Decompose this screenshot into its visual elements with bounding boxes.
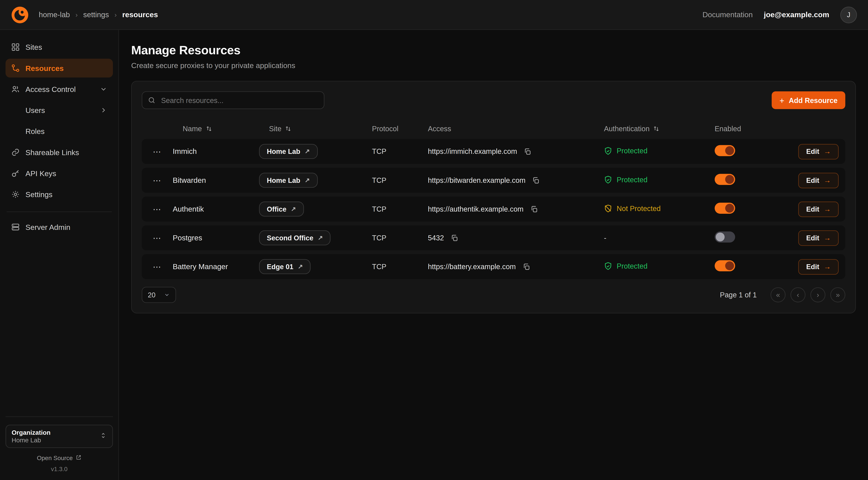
resource-access-url: https://authentik.example.com <box>428 205 524 213</box>
page-size-select[interactable]: 20 <box>142 287 176 303</box>
row-menu-button[interactable]: ⋯ <box>151 144 164 159</box>
external-link-icon <box>76 455 82 461</box>
organization-selector[interactable]: Organization Home Lab <box>6 425 113 448</box>
sidebar-item-server-admin[interactable]: Server Admin <box>6 217 113 236</box>
table-header: Name Site Protocol Access Auth <box>142 118 845 139</box>
enabled-toggle[interactable] <box>715 174 735 185</box>
card-toolbar: + Add Resource <box>142 91 845 109</box>
arrow-right-icon: → <box>824 147 831 156</box>
site-link-button[interactable]: Home Lab ↗ <box>259 144 317 159</box>
table-row: ⋯ Battery Manager Edge 01 ↗ TCP https://… <box>142 254 845 279</box>
breadcrumb-org[interactable]: home-lab <box>39 10 70 19</box>
auth-status: Protected <box>604 262 648 270</box>
site-link-button[interactable]: Edge 01 ↗ <box>259 259 311 274</box>
copy-icon[interactable] <box>523 146 532 156</box>
site-link-button[interactable]: Office ↗ <box>259 202 304 217</box>
copy-icon[interactable] <box>529 204 539 214</box>
auth-status: Protected <box>604 175 648 183</box>
first-page-button[interactable]: « <box>771 288 786 302</box>
external-link-icon: ↗ <box>305 177 310 184</box>
sidebar-item-resources[interactable]: Resources <box>6 59 113 78</box>
row-menu-button[interactable]: ⋯ <box>151 173 164 187</box>
column-header-authentication[interactable]: Authentication <box>604 124 715 133</box>
sidebar-item-api-keys[interactable]: API Keys <box>6 164 113 183</box>
breadcrumb-settings[interactable]: settings <box>83 10 109 19</box>
organization-label: Organization <box>11 429 95 436</box>
gear-icon <box>11 190 20 199</box>
sidebar-item-shareable-links[interactable]: Shareable Links <box>6 143 113 161</box>
row-menu-button[interactable]: ⋯ <box>151 231 164 245</box>
edit-button[interactable]: Edit → <box>799 259 839 274</box>
resource-name: Authentik <box>173 205 259 213</box>
auth-status-label: Protected <box>617 262 647 270</box>
resource-name: Battery Manager <box>173 263 259 271</box>
breadcrumb-separator: › <box>115 11 117 19</box>
plus-icon: + <box>779 96 784 104</box>
chevron-right-icon <box>100 106 107 114</box>
edit-button[interactable]: Edit → <box>799 173 839 188</box>
last-page-button[interactable]: » <box>830 288 845 302</box>
breadcrumb-resources[interactable]: resources <box>122 10 158 19</box>
sort-icon <box>285 125 292 132</box>
user-avatar[interactable]: J <box>840 6 857 23</box>
edit-button[interactable]: Edit → <box>799 201 839 217</box>
sidebar-item-settings[interactable]: Settings <box>6 185 113 204</box>
edit-button[interactable]: Edit → <box>799 144 839 159</box>
resources-card: + Add Resource Name Site <box>131 81 856 313</box>
sidebar-item-sites[interactable]: Sites <box>6 38 113 57</box>
sidebar-item-roles[interactable]: Roles <box>6 122 113 141</box>
resource-name: Immich <box>173 147 259 156</box>
column-header-name[interactable]: Name <box>173 124 259 133</box>
open-source-link[interactable]: Open Source <box>6 455 113 461</box>
sidebar-item-users[interactable]: Users <box>6 101 113 120</box>
page-title: Manage Resources <box>131 43 856 58</box>
copy-icon[interactable] <box>450 233 459 243</box>
version-label: v1.3.0 <box>6 466 113 472</box>
enabled-toggle[interactable] <box>715 260 735 271</box>
sidebar-item-access-control[interactable]: Access Control <box>6 80 113 99</box>
search-box <box>142 91 324 109</box>
external-link-icon: ↗ <box>298 263 303 270</box>
breadcrumb-separator: › <box>75 11 78 19</box>
page-subtitle: Create secure proxies to your private ap… <box>131 62 856 70</box>
previous-page-button[interactable]: ‹ <box>790 288 806 302</box>
grid-icon <box>11 43 20 52</box>
resource-protocol: TCP <box>372 263 428 271</box>
card-footer: 20 Page 1 of 1 « ‹ › » <box>142 287 845 303</box>
auth-status: Not Protected <box>604 204 661 212</box>
row-menu-button[interactable]: ⋯ <box>151 259 164 274</box>
search-input[interactable] <box>160 96 318 105</box>
copy-icon[interactable] <box>531 175 541 185</box>
column-header-site[interactable]: Site <box>259 124 372 133</box>
user-email[interactable]: joe@example.com <box>764 10 829 19</box>
external-link-icon: ↗ <box>318 234 323 241</box>
table-row: ⋯ Authentik Office ↗ TCP https://authent… <box>142 197 845 221</box>
site-link-button[interactable]: Second Office ↗ <box>259 231 331 245</box>
table-row: ⋯ Postgres Second Office ↗ TCP 5432 <box>142 226 845 250</box>
sidebar: Sites Resources Access Control Users <box>0 30 119 480</box>
resource-access-url: 5432 <box>428 234 444 242</box>
next-page-button[interactable]: › <box>810 288 826 302</box>
enabled-toggle[interactable] <box>715 232 735 243</box>
arrow-right-icon: → <box>824 234 831 242</box>
row-menu-button[interactable]: ⋯ <box>151 202 164 216</box>
resource-name: Bitwarden <box>173 176 259 184</box>
copy-icon[interactable] <box>521 262 531 272</box>
app-logo-icon[interactable] <box>11 6 29 24</box>
documentation-link[interactable]: Documentation <box>703 10 753 19</box>
edit-button[interactable]: Edit → <box>799 230 839 246</box>
resource-access-url: https://battery.example.com <box>428 263 516 271</box>
enabled-toggle[interactable] <box>715 203 735 214</box>
table-row: ⋯ Bitwarden Home Lab ↗ TCP https://bitwa… <box>142 168 845 193</box>
sort-icon <box>205 125 212 132</box>
site-link-button[interactable]: Home Lab ↗ <box>259 173 317 188</box>
resource-protocol: TCP <box>372 234 428 242</box>
key-icon <box>11 169 20 178</box>
page-label: Page 1 of 1 <box>720 291 757 299</box>
topbar: home-lab › settings › resources Document… <box>0 0 868 30</box>
add-resource-button[interactable]: + Add Resource <box>772 91 845 109</box>
sort-icon <box>653 125 660 132</box>
resource-access-url: https://bitwarden.example.com <box>428 176 525 184</box>
column-header-enabled: Enabled <box>715 124 793 133</box>
enabled-toggle[interactable] <box>715 145 735 156</box>
